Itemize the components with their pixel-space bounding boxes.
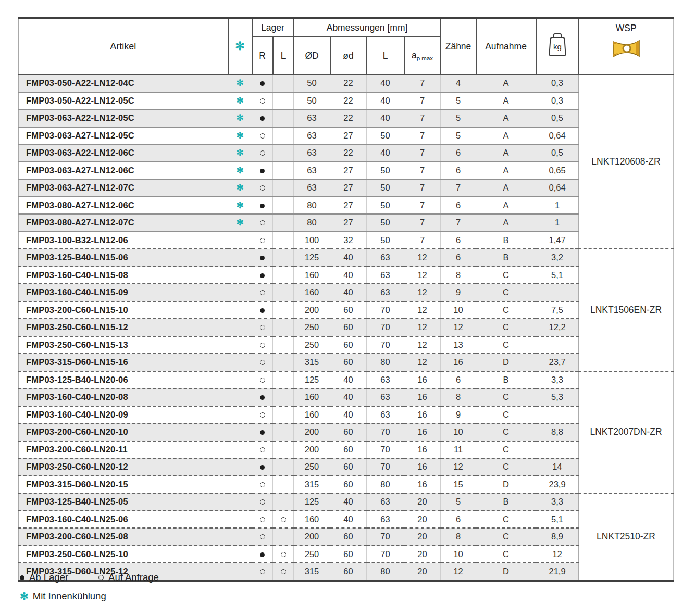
stock-r-dot <box>260 204 265 208</box>
kg-cell <box>536 441 579 459</box>
coolant-cell <box>228 441 252 459</box>
stock-r-dot <box>260 150 265 156</box>
od-cell: 250 <box>294 458 330 476</box>
insert-icon <box>611 37 641 61</box>
stock-r-dot <box>260 273 265 278</box>
aufnahme-cell: A <box>476 92 536 110</box>
len-cell: 40 <box>367 92 404 110</box>
aufnahme-cell: C <box>476 284 536 301</box>
aufnahme-cell: A <box>476 144 536 162</box>
kg-cell: 5,1 <box>536 267 579 284</box>
d-cell: 60 <box>330 354 367 371</box>
table-row: FMP03-315-D60-LN20-15 315 60 80 16 15 D … <box>19 476 674 494</box>
stock-r-cell <box>252 197 273 215</box>
stock-l-cell <box>273 109 294 127</box>
stock-l-cell <box>273 441 294 459</box>
stock-r-dot <box>260 412 265 418</box>
coolant-cell <box>228 423 252 441</box>
artikel-cell: FMP03-063-A27-LN12-06C <box>19 162 228 180</box>
kg-cell: 12 <box>536 546 579 563</box>
stock-r-cell <box>252 511 273 529</box>
product-table: Artikel ✻ Lager Abmessungen [mm] Zähne A… <box>18 17 674 582</box>
stock-r-cell <box>252 249 273 267</box>
zaehne-cell: 6 <box>441 511 476 529</box>
len-cell: 70 <box>367 336 404 354</box>
kg-cell: 0,65 <box>536 162 579 180</box>
table-row: FMP03-250-C60-LN25-10 250 60 70 20 10 C … <box>19 546 674 563</box>
table-row: FMP03-250-C60-LN15-13 250 60 70 12 13 C <box>19 336 674 354</box>
d-cell: 60 <box>330 458 367 476</box>
stock-l-cell <box>273 493 294 511</box>
artikel-cell: FMP03-125-B40-LN15-06 <box>19 249 228 267</box>
od-cell: 125 <box>294 493 330 511</box>
header-weight: kg <box>536 18 579 75</box>
len-cell: 63 <box>367 493 404 511</box>
d-cell: 40 <box>330 371 367 389</box>
zaehne-cell: 7 <box>441 179 476 197</box>
coolant-cell <box>228 493 252 511</box>
stock-l-cell <box>273 511 294 529</box>
wsp-label: LNKT120608-ZR <box>579 74 674 249</box>
len-cell: 63 <box>367 371 404 389</box>
stock-r-dot <box>260 360 265 365</box>
artikel-cell: FMP03-250-C60-LN15-13 <box>19 336 228 354</box>
header-artikel: Artikel <box>19 18 228 75</box>
zaehne-cell: 8 <box>441 388 476 406</box>
len-cell: 50 <box>367 179 404 197</box>
od-cell: 200 <box>294 441 330 459</box>
stock-l-cell <box>273 214 294 232</box>
ap-cell: 16 <box>404 406 441 424</box>
stock-r-cell <box>252 301 273 319</box>
kg-cell: 23,7 <box>536 354 579 371</box>
catalog-table-wrap: Artikel ✻ Lager Abmessungen [mm] Zähne A… <box>18 17 673 582</box>
coolant-cell <box>228 511 252 529</box>
open-dot-icon <box>98 575 104 580</box>
stock-l-cell <box>273 563 294 581</box>
zaehne-cell: 5 <box>441 92 476 110</box>
od-cell: 250 <box>294 319 330 336</box>
stock-l-cell <box>273 301 294 319</box>
artikel-cell: FMP03-250-C60-LN20-12 <box>19 458 228 476</box>
table-row: FMP03-125-B40-LN15-06 125 40 63 12 6 B 3… <box>19 249 674 267</box>
wsp-label: LNKT2007DN-ZR <box>579 371 674 494</box>
coolant-cell <box>228 301 252 319</box>
stock-r-cell <box>252 406 273 424</box>
ap-cell: 16 <box>404 441 441 459</box>
coolant-icon: ✻ <box>236 183 243 193</box>
len-cell: 63 <box>367 267 404 284</box>
od-cell: 200 <box>294 528 330 546</box>
stock-r-cell <box>252 214 273 232</box>
artikel-cell: FMP03-080-A27-LN12-07C <box>19 214 228 232</box>
od-cell: 250 <box>294 336 330 354</box>
len-cell: 40 <box>367 74 404 92</box>
coolant-icon: ✻ <box>236 96 243 106</box>
od-cell: 63 <box>294 127 330 145</box>
zaehne-cell: 6 <box>441 144 476 162</box>
d-cell: 40 <box>330 406 367 424</box>
coolant-cell: ✻ <box>228 127 252 145</box>
artikel-cell: FMP03-050-A22-LN12-05C <box>19 92 228 110</box>
stock-l-cell <box>273 249 294 267</box>
zaehne-cell: 7 <box>441 214 476 232</box>
od-cell: 315 <box>294 354 330 371</box>
kg-cell <box>536 336 579 354</box>
zaehne-cell: 15 <box>441 476 476 494</box>
table-row: FMP03-100-B32-LN12-06 100 32 50 7 6 B 1,… <box>19 232 674 249</box>
od-cell: 200 <box>294 423 330 441</box>
stock-r-dot <box>260 482 265 487</box>
table-row: FMP03-125-B40-LN25-05 125 40 63 20 5 B 3… <box>19 493 674 511</box>
stock-l-cell <box>273 267 294 284</box>
coolant-cell: ✻ <box>228 144 252 162</box>
od-cell: 63 <box>294 162 330 180</box>
aufnahme-cell: D <box>476 476 536 494</box>
stock-r-dot <box>260 499 265 505</box>
od-cell: 160 <box>294 511 330 529</box>
od-cell: 160 <box>294 388 330 406</box>
kg-cell: 0,3 <box>536 74 579 92</box>
zaehne-cell: 9 <box>441 406 476 424</box>
aufnahme-cell: A <box>476 162 536 180</box>
zaehne-cell: 11 <box>441 441 476 459</box>
legend-ab-lager-label: Ab Lager <box>29 572 68 583</box>
weight-kg-icon: kg <box>548 32 567 58</box>
artikel-cell: FMP03-200-C60-LN25-08 <box>19 528 228 546</box>
